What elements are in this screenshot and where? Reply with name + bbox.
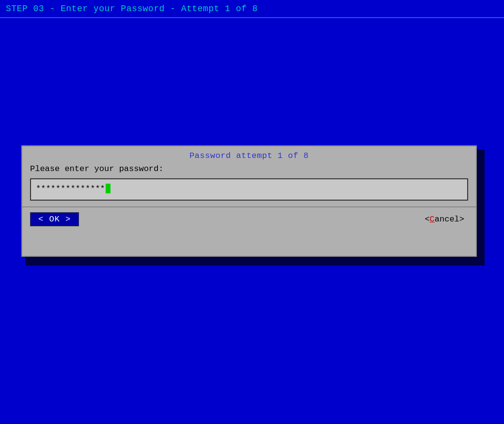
dialog-body: Please enter your password: ************… xyxy=(22,164,476,206)
dialog-footer: < OK > <Cancel> xyxy=(22,206,476,231)
title-text: STEP 03 - Enter your Password - Attempt … xyxy=(6,4,258,14)
ok-button[interactable]: < OK > xyxy=(30,212,79,226)
password-asterisks: ************** xyxy=(36,184,105,193)
dialog-title: Password attempt 1 of 8 xyxy=(22,146,476,164)
cancel-button[interactable]: <Cancel> xyxy=(421,213,468,226)
password-field-wrapper: ************** xyxy=(30,178,468,201)
ok-label: < OK > xyxy=(38,215,71,224)
title-bar: STEP 03 - Enter your Password - Attempt … xyxy=(0,0,504,18)
cancel-prefix: < xyxy=(425,215,429,224)
dialog-label: Please enter your password: xyxy=(30,164,468,173)
password-cursor xyxy=(106,184,110,193)
password-display[interactable]: ************** xyxy=(31,179,467,200)
cancel-suffix: ancel> xyxy=(435,215,464,224)
cancel-letter: C xyxy=(430,215,435,224)
dialog: Password attempt 1 of 8 Please enter you… xyxy=(21,145,477,257)
